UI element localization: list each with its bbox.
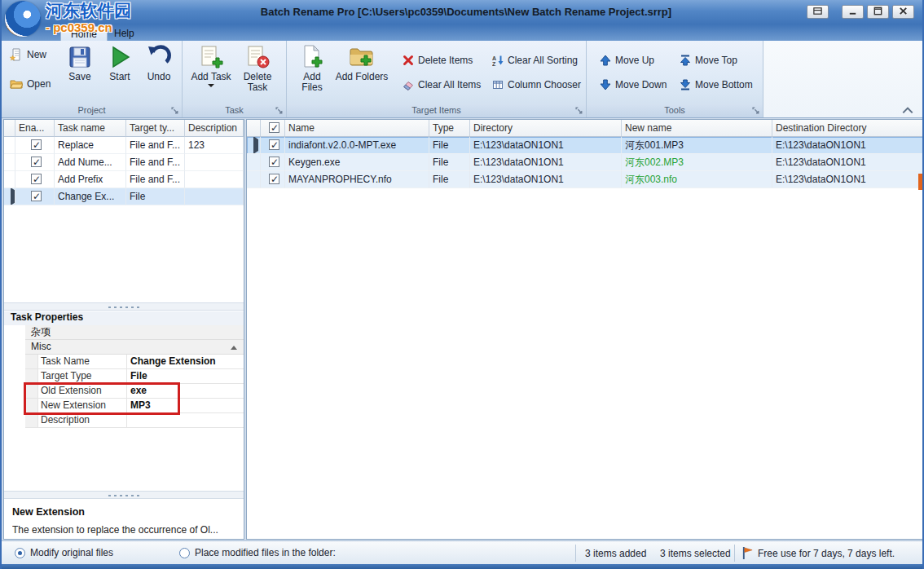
column-header-task-name[interactable]: Task name: [55, 120, 126, 137]
add-folders-button[interactable]: Add Folders: [334, 45, 389, 82]
dialog-launcher-icon[interactable]: [752, 107, 760, 115]
add-task-icon: [199, 45, 223, 69]
group-label-tools: Tools: [587, 104, 763, 117]
move-up-arrow-icon: [600, 55, 611, 66]
destination-cell: E:\123\dataON1ON1: [772, 154, 923, 171]
column-header-type[interactable]: Type: [429, 120, 470, 137]
property-category-misc-label: Misc: [31, 341, 51, 352]
property-value[interactable]: File: [127, 369, 244, 383]
task-row-selected[interactable]: Change Ex... File: [4, 188, 244, 205]
new-name-cell: 河东003.nfo: [622, 171, 772, 188]
column-chooser-button[interactable]: Column Chooser: [492, 77, 581, 93]
clear-all-sorting-button[interactable]: AZ Clear All Sorting: [492, 52, 578, 68]
horizontal-splitter[interactable]: [4, 302, 244, 311]
delete-items-button[interactable]: Delete Items: [403, 52, 473, 68]
eraser-icon: [403, 79, 414, 90]
save-button[interactable]: Save: [62, 45, 98, 82]
clear-all-items-button[interactable]: Clear All Items: [403, 77, 481, 93]
start-label: Start: [109, 72, 130, 82]
row-checkbox[interactable]: [269, 139, 279, 150]
ribbon-group-target-items: Add Files Add Folders Delete Items AZ Cl…: [287, 41, 587, 117]
property-value[interactable]: exe: [127, 384, 244, 398]
dialog-launcher-icon[interactable]: [575, 107, 583, 115]
add-files-button[interactable]: Add Files: [293, 45, 331, 93]
new-label: New: [27, 49, 46, 60]
dialog-launcher-icon[interactable]: [275, 107, 284, 115]
save-label: Save: [68, 72, 90, 82]
task-description-cell: [185, 171, 244, 188]
trial-status: Free use for 7 days, 7 days left.: [758, 548, 895, 559]
property-category-misc[interactable]: Misc: [25, 340, 244, 355]
move-top-button[interactable]: Move Top: [680, 52, 737, 68]
move-bottom-label: Move Bottom: [695, 79, 753, 90]
delete-task-label: Delete Task: [241, 72, 274, 93]
column-header-destination-directory[interactable]: Destination Directory: [772, 120, 923, 137]
file-type-cell: File: [429, 137, 470, 154]
property-row: New Extension MP3: [25, 399, 244, 413]
style-button[interactable]: [807, 5, 829, 19]
property-label: Old Extension: [38, 384, 127, 398]
task-name-cell: Add Prefix: [55, 171, 126, 188]
open-button[interactable]: Open: [10, 76, 51, 92]
group-label-project-text: Project: [77, 105, 105, 115]
group-label-task-text: Task: [225, 105, 244, 115]
new-button[interactable]: New: [10, 46, 46, 63]
delete-task-button[interactable]: Delete Task: [235, 45, 280, 93]
statusbar: Modify original files Place modified fil…: [2, 540, 922, 564]
add-task-button[interactable]: Add Task: [189, 45, 233, 87]
close-button[interactable]: [892, 5, 914, 19]
file-name-cell: indiafont.v2.0.0-MPT.exe: [285, 137, 429, 154]
move-bottom-button[interactable]: Move Bottom: [680, 77, 753, 93]
task-row[interactable]: Add Prefix File and F...: [4, 171, 244, 188]
horizontal-splitter[interactable]: [4, 491, 244, 499]
property-row: Description: [25, 413, 244, 428]
task-enabled-checkbox[interactable]: [31, 139, 42, 150]
dialog-launcher-icon[interactable]: [171, 107, 179, 115]
property-category-misc-cjk[interactable]: 杂项: [25, 325, 244, 340]
column-header-check-all[interactable]: [261, 120, 285, 137]
titlebar[interactable]: Batch Rename Pro [C:\Users\pc0359\Docume…: [2, 0, 922, 24]
group-label-target-items: Target Items: [287, 104, 586, 117]
open-folder-icon: [10, 77, 23, 90]
column-header-directory[interactable]: Directory: [470, 120, 622, 137]
column-header-new-name[interactable]: New name: [622, 120, 772, 137]
property-value[interactable]: MP3: [127, 399, 244, 412]
column-header-name[interactable]: Name: [285, 120, 429, 137]
row-checkbox[interactable]: [269, 157, 279, 167]
radio-place-modified-files[interactable]: Place modified files in the folder:: [179, 547, 336, 558]
task-row[interactable]: Add Nume... File and F...: [4, 154, 244, 171]
ribbon-empty-area: [763, 41, 924, 117]
minimize-button[interactable]: [842, 5, 864, 19]
row-checkbox[interactable]: [269, 174, 279, 184]
target-row-selected[interactable]: indiafont.v2.0.0-MPT.exe File E:\123\dat…: [247, 137, 923, 154]
group-label-target-items-text: Target Items: [411, 105, 461, 115]
directory-cell: E:\123\dataON1ON1: [470, 137, 622, 154]
destination-cell: E:\123\dataON1ON1: [772, 171, 923, 188]
task-enabled-checkbox[interactable]: [31, 191, 42, 201]
radio-modify-original-files[interactable]: Modify original files: [15, 547, 113, 558]
target-row[interactable]: Keygen.exe File E:\123\dataON1ON1 河东002.…: [247, 154, 923, 171]
task-enabled-checkbox[interactable]: [31, 157, 42, 167]
undo-button[interactable]: Undo: [140, 45, 178, 82]
ribbon-collapse-button[interactable]: [901, 106, 914, 115]
move-top-arrow-icon: [680, 55, 691, 66]
target-row[interactable]: MAYANPROPHECY.nfo File E:\123\dataON1ON1…: [247, 171, 923, 188]
maximize-button[interactable]: [867, 5, 889, 19]
check-all-checkbox[interactable]: [269, 122, 279, 133]
column-header-enabled[interactable]: Ena...: [15, 120, 55, 137]
task-enabled-checkbox[interactable]: [31, 174, 42, 184]
tab-help[interactable]: Help: [104, 26, 144, 41]
property-value[interactable]: [127, 413, 244, 427]
new-name-cell: 河东002.MP3: [622, 154, 772, 171]
column-header-description[interactable]: Description: [185, 120, 244, 137]
collapse-chevron-icon: [231, 346, 237, 350]
property-value[interactable]: Change Extension: [127, 355, 244, 368]
column-header-target-type[interactable]: Target ty...: [126, 120, 185, 137]
property-row: Target Type File: [25, 369, 244, 384]
task-row[interactable]: Replace File and F... 123: [4, 137, 244, 154]
move-down-button[interactable]: Move Down: [600, 77, 667, 93]
start-button[interactable]: Start: [101, 45, 139, 82]
tab-home[interactable]: Home: [60, 26, 108, 41]
move-up-button[interactable]: Move Up: [600, 52, 654, 68]
task-target-type-cell: File and F...: [126, 154, 185, 171]
